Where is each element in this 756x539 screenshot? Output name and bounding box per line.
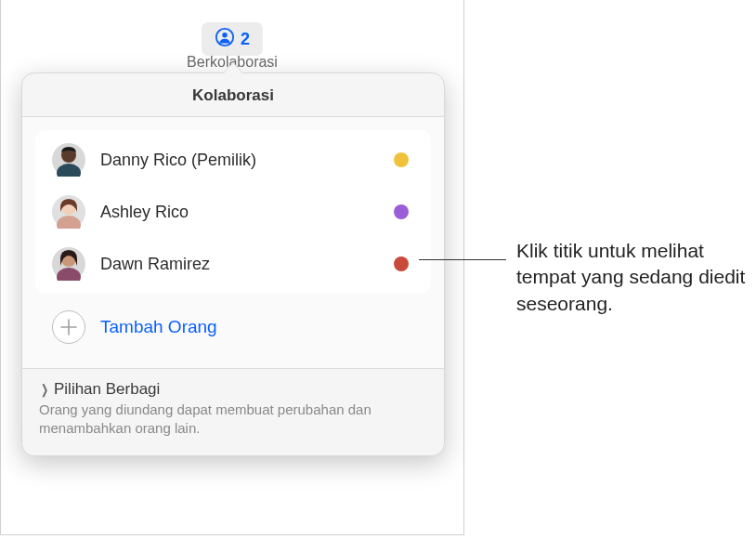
presence-dot[interactable] (394, 204, 409, 219)
avatar (52, 247, 85, 281)
collaboration-popover: Kolaborasi Danny Rico (Pemilik) (21, 72, 445, 456)
participant-name: Danny Rico (Pemilik) (100, 151, 379, 170)
callout-text: Klik titik untuk melihat tempat yang sed… (516, 238, 747, 317)
participant-row[interactable]: Dawn Ramirez (35, 238, 431, 290)
svg-point-1 (222, 33, 228, 37)
collaborate-toolbar-button[interactable]: 2 (202, 22, 263, 56)
share-options-title: Pilihan Berbagi (54, 380, 160, 399)
popover-body: Danny Rico (Pemilik) Ashley Rico (22, 117, 444, 368)
participant-list: Danny Rico (Pemilik) Ashley Rico (35, 130, 431, 294)
collaborator-count: 2 (241, 30, 250, 49)
popover-title: Kolaborasi (22, 73, 444, 117)
add-icon[interactable] (52, 310, 85, 344)
presence-dot[interactable] (394, 152, 409, 167)
add-people-label[interactable]: Tambah Orang (100, 317, 217, 337)
callout-line (419, 259, 506, 260)
avatar (52, 195, 85, 229)
participant-row[interactable]: Danny Rico (Pemilik) (35, 134, 431, 186)
share-options[interactable]: ❯ Pilihan Berbagi Orang yang diundang da… (22, 368, 444, 455)
participant-row[interactable]: Ashley Rico (35, 186, 431, 238)
share-options-subtitle: Orang yang diundang dapat membuat peruba… (39, 401, 427, 439)
collaborate-icon (215, 27, 235, 51)
participant-name: Dawn Ramirez (100, 255, 379, 274)
app-window: 2 Berkolaborasi Kolaborasi Danny Rico (P… (0, 0, 464, 535)
share-options-header[interactable]: ❯ Pilihan Berbagi (39, 380, 427, 399)
chevron-right-icon: ❯ (41, 382, 48, 397)
avatar (52, 143, 85, 177)
participant-name: Ashley Rico (100, 203, 379, 222)
presence-dot[interactable] (394, 256, 409, 271)
add-people-row[interactable]: Tambah Orang (35, 294, 431, 359)
popover-arrow (223, 63, 243, 74)
